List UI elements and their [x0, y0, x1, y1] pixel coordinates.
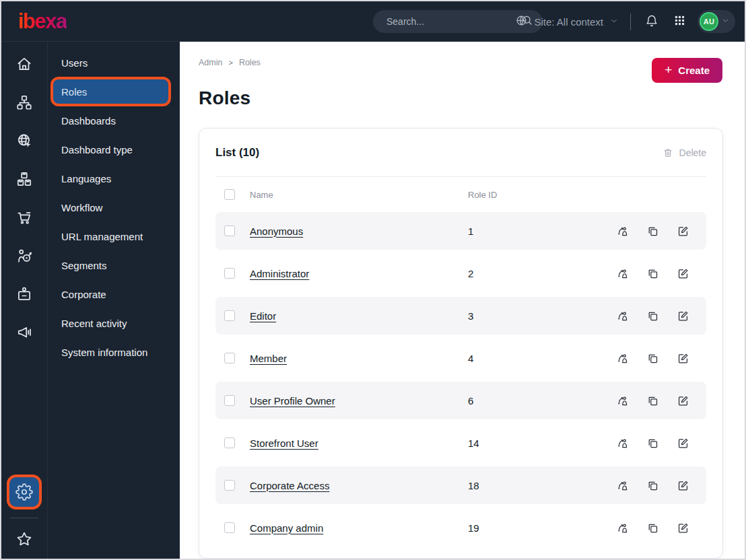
edit-role-button[interactable]: [676, 521, 689, 534]
gear-icon: [15, 483, 33, 501]
nav-corporate-button[interactable]: [1, 275, 47, 313]
role-name-link[interactable]: Member: [250, 353, 468, 364]
role-name-link[interactable]: Administrator: [250, 268, 468, 279]
nav-activity-button[interactable]: [1, 313, 47, 351]
user-menu[interactable]: AU: [698, 10, 735, 33]
role-name-link[interactable]: Corporate Access: [250, 480, 468, 491]
row-checkbox[interactable]: [224, 522, 235, 533]
role-id: 6: [468, 395, 615, 407]
apps-grid-button[interactable]: [670, 12, 689, 31]
delete-button[interactable]: Delete: [663, 147, 706, 158]
site-context-selector[interactable]: Site: All context: [515, 14, 619, 29]
id-badge-icon: [15, 285, 33, 303]
menu-item-users[interactable]: Users: [53, 50, 173, 75]
copy-role-button[interactable]: [646, 309, 659, 322]
edit-role-button[interactable]: [676, 436, 689, 450]
menu-item-workflow[interactable]: Workflow: [53, 195, 173, 219]
assign-role-button[interactable]: [615, 436, 629, 450]
nav-content-tree-button[interactable]: [1, 83, 47, 121]
notifications-button[interactable]: [642, 12, 661, 31]
edit-role-button[interactable]: [676, 309, 689, 322]
menu-item-dashboard-type[interactable]: Dashboard type: [53, 137, 173, 162]
table-row: User Profile Owner 6: [215, 382, 706, 419]
table-row: Editor 3: [215, 297, 706, 335]
assign-role-button[interactable]: [615, 521, 629, 534]
menu-item-dashboards[interactable]: Dashboards: [53, 108, 173, 133]
menu-item-url-management[interactable]: URL management: [53, 224, 173, 248]
row-checkbox[interactable]: [224, 353, 235, 363]
assign-role-button[interactable]: [615, 309, 629, 322]
menu-item-segments[interactable]: Segments: [53, 253, 173, 277]
list-heading: List (10): [215, 146, 259, 160]
breadcrumb-admin[interactable]: Admin: [199, 58, 222, 67]
menu-item-recent-activity[interactable]: Recent activity: [53, 311, 173, 335]
row-actions: [615, 351, 689, 365]
role-name-link[interactable]: User Profile Owner: [250, 395, 468, 407]
search-input[interactable]: [386, 16, 521, 27]
table-row: Member 4: [215, 339, 706, 377]
row-checkbox[interactable]: [224, 310, 235, 321]
nav-site-button[interactable]: [1, 121, 47, 160]
menu-item-system-information[interactable]: System information: [53, 340, 173, 364]
menu-item-roles[interactable]: Roles: [53, 79, 168, 104]
row-checkbox[interactable]: [224, 268, 235, 279]
copy-role-button[interactable]: [646, 479, 659, 492]
create-button[interactable]: + Create: [652, 58, 722, 83]
role-name-link[interactable]: Company admin: [250, 522, 468, 534]
role-name-link[interactable]: Anonymous: [250, 225, 468, 237]
row-checkbox[interactable]: [224, 395, 235, 406]
menu-item-corporate[interactable]: Corporate: [53, 282, 173, 306]
assign-user-icon: [616, 479, 629, 492]
menu-item-languages[interactable]: Languages: [53, 166, 173, 190]
edit-icon: [677, 479, 689, 492]
ibexa-logo[interactable]: ibexa: [18, 9, 67, 34]
trash-icon: [663, 147, 673, 158]
breadcrumb: Admin > Roles: [199, 58, 723, 67]
table-row: Administrator 2: [215, 254, 706, 292]
copy-role-button[interactable]: [646, 267, 659, 280]
nav-home-button[interactable]: [1, 44, 47, 83]
plus-icon: +: [665, 63, 672, 76]
content-tree-icon: [15, 94, 33, 111]
rail-bottom-cluster: [1, 477, 47, 555]
edit-role-button[interactable]: [676, 479, 689, 492]
edit-icon: [677, 225, 689, 238]
avatar: AU: [700, 12, 718, 31]
nav-products-button[interactable]: [1, 160, 47, 198]
row-checkbox[interactable]: [224, 438, 235, 448]
assign-role-button[interactable]: [615, 479, 629, 492]
edit-role-button[interactable]: [676, 224, 689, 238]
copy-role-button[interactable]: [646, 436, 659, 450]
copy-role-button[interactable]: [646, 351, 659, 365]
assign-role-button[interactable]: [615, 224, 629, 238]
role-id: 14: [468, 438, 615, 449]
role-name-link[interactable]: Editor: [250, 310, 468, 322]
row-checkbox[interactable]: [224, 225, 235, 236]
nav-bookmarks-button[interactable]: [1, 524, 47, 555]
column-name: Name: [250, 190, 468, 200]
main-nav-rail: [1, 42, 47, 560]
assign-role-button[interactable]: [615, 267, 629, 280]
column-role-id: Role ID: [468, 190, 689, 200]
select-all-checkbox[interactable]: [224, 189, 235, 200]
assign-user-icon: [616, 267, 629, 280]
nav-admin-settings-button[interactable]: [9, 477, 39, 507]
row-actions: [615, 394, 689, 407]
nav-commerce-button[interactable]: [1, 198, 47, 236]
assign-role-button[interactable]: [615, 394, 629, 407]
row-actions: [615, 479, 689, 492]
copy-role-button[interactable]: [646, 224, 659, 238]
assign-role-button[interactable]: [615, 351, 629, 365]
nav-personalization-button[interactable]: [1, 236, 47, 275]
row-actions: [615, 521, 689, 534]
row-actions: [615, 309, 689, 322]
edit-role-button[interactable]: [676, 394, 689, 407]
role-name-link[interactable]: Storefront User: [250, 438, 468, 449]
copy-role-button[interactable]: [646, 521, 659, 534]
edit-role-button[interactable]: [676, 351, 689, 365]
edit-role-button[interactable]: [676, 267, 689, 280]
copy-role-button[interactable]: [646, 394, 659, 407]
row-actions: [615, 224, 689, 238]
edit-icon: [677, 522, 689, 534]
row-checkbox[interactable]: [224, 480, 235, 491]
